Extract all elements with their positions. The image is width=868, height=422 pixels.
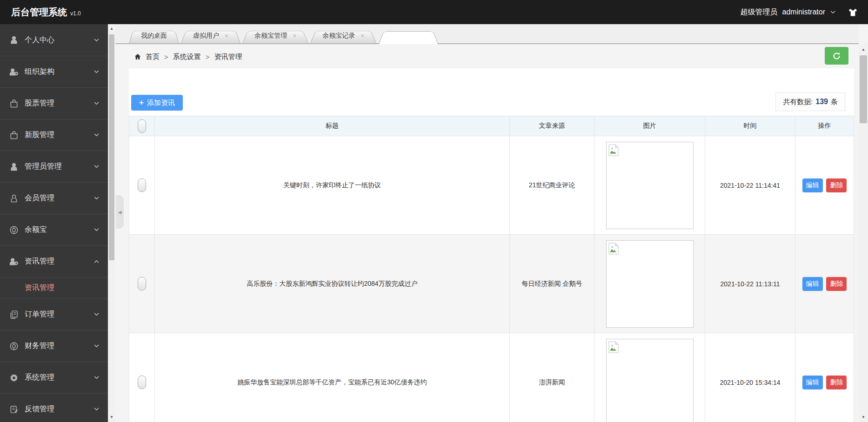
tab[interactable]: 资讯管理 × (379, 28, 438, 43)
scroll-down-arrow[interactable]: ▼ (859, 414, 868, 421)
chevron-down-icon (93, 258, 100, 264)
delete-button[interactable]: 删除 (826, 178, 847, 192)
sidebar-item[interactable]: 管理员管理 (0, 151, 108, 182)
edit-button[interactable]: 编辑 (802, 376, 823, 389)
sidebar-item-label: 反馈管理 (25, 404, 93, 414)
scroll-up-arrow[interactable]: ▲ (859, 46, 868, 53)
news-source: 21世纪商业评论 (510, 136, 594, 235)
total-count-box: 共有数据: 139 条 (775, 92, 845, 111)
news-title: 高乐股份：大股东新鸿辉实业协议转让约2084万股完成过户 (155, 235, 510, 333)
sidebar-item[interactable]: 订单管理 (0, 298, 108, 330)
tab-label: 虚拟用户 (193, 32, 219, 40)
tab-close-icon[interactable]: × (422, 32, 426, 40)
news-image-placeholder (606, 339, 694, 422)
table-toolbar: + 添加资讯 共有数据: 139 条 (129, 68, 854, 116)
coin-icon (9, 342, 19, 351)
news-source: 每日经济新闻 企鹅号 (510, 235, 594, 333)
tab-close-icon[interactable]: × (293, 32, 296, 40)
user-menu[interactable]: 超级管理员 administrator (741, 0, 858, 24)
users-icon (9, 67, 19, 77)
breadcrumb-row: 首页 > 系统设置 > 资讯管理 (115, 44, 859, 69)
sidebar-item-label: 股票管理 (25, 99, 93, 108)
tab-label: 我的桌面 (141, 32, 167, 40)
breadcrumb-item[interactable]: 首页 (146, 53, 160, 61)
topbar: 后台管理系统v1.0 超级管理员 administrator (0, 0, 868, 24)
breadcrumb-item[interactable]: 系统设置 (173, 53, 201, 61)
table-row: 关键时刻，许家印终止了一纸协议 21世纪商业评论 2021-10-22 11:1… (129, 136, 854, 235)
edit-button[interactable]: 编辑 (802, 178, 823, 192)
main-content: 我的桌面 虚拟用户 × 余额宝管理 × 余额宝记录 × 资讯管理 × (115, 24, 868, 422)
add-news-button[interactable]: + 添加资讯 (131, 95, 183, 111)
tab[interactable]: 余额宝记录 × (310, 28, 376, 43)
tab[interactable]: 我的桌面 (129, 28, 179, 43)
app-title: 后台管理系统v1.0 (11, 0, 81, 26)
row-checkbox[interactable] (138, 178, 146, 192)
sidebar-item[interactable]: 新股管理 (0, 119, 108, 151)
tab-close-icon[interactable]: × (225, 32, 228, 40)
sidebar-scrollbar[interactable]: ▲ ▼ (108, 24, 115, 422)
version-label: v1.0 (70, 10, 81, 17)
total-count: 139 (815, 98, 828, 106)
home-icon (134, 53, 141, 60)
sidebar-item-label: 个人中心 (25, 35, 93, 45)
tshirt-icon[interactable] (848, 7, 858, 17)
broken-image-icon (608, 144, 619, 156)
delete-button[interactable]: 删除 (826, 376, 847, 389)
sidebar-item[interactable]: 个人中心 (0, 24, 108, 56)
delete-button[interactable]: 删除 (826, 277, 847, 291)
breadcrumb-item[interactable]: 资讯管理 (214, 53, 242, 61)
sidebar-item[interactable]: 股票管理 (0, 87, 108, 119)
sidebar-item[interactable]: 会员管理 (0, 182, 108, 214)
edit-button[interactable]: 编辑 (802, 277, 823, 291)
user-icon (9, 162, 19, 171)
tab-close-icon[interactable]: × (361, 32, 364, 40)
sidebar-item[interactable]: 资讯管理 (0, 245, 108, 277)
tab-bar: 我的桌面 虚拟用户 × 余额宝管理 × 余额宝记录 × 资讯管理 × (115, 24, 859, 43)
select-all-checkbox[interactable] (138, 119, 146, 133)
tab-label: 余额宝记录 (322, 32, 355, 40)
refresh-icon (832, 52, 841, 60)
news-time: 2021-10-22 11:14:41 (705, 136, 795, 235)
broken-image-icon (608, 243, 619, 255)
chevron-down-icon (93, 69, 100, 75)
chevron-down-icon (93, 375, 100, 381)
gear-icon (9, 373, 19, 382)
sidebar-item[interactable]: 财务管理 (0, 330, 108, 362)
refresh-button[interactable] (825, 47, 848, 65)
users-icon (9, 257, 19, 266)
broken-image-icon (608, 341, 619, 353)
sidebar-item[interactable]: 资讯管理 (0, 277, 108, 298)
sidebar-item-label: 管理员管理 (25, 162, 93, 171)
chevron-down-icon (93, 343, 100, 349)
sidebar-item[interactable]: 系统管理 (0, 362, 108, 393)
row-checkbox[interactable] (138, 376, 146, 389)
sidebar-item[interactable]: 余额宝 (0, 214, 108, 245)
sidebar-item-label: 系统管理 (25, 373, 93, 382)
column-header: 时间 (705, 116, 795, 136)
scroll-up-arrow[interactable]: ▲ (108, 25, 115, 33)
chevron-down-icon (93, 406, 100, 412)
chevron-down-icon (93, 311, 100, 317)
sidebar-item-label: 新股管理 (25, 130, 93, 140)
username: administrator (782, 8, 825, 16)
scrollbar-thumb[interactable] (109, 34, 114, 260)
sidebar-item-label: 财务管理 (25, 341, 93, 351)
sidebar-item-label: 组织架构 (25, 67, 93, 77)
tab[interactable]: 虚拟用户 × (181, 28, 240, 43)
column-header: 标题 (155, 116, 510, 136)
main-scrollbar[interactable]: ▲ ▼ (859, 43, 868, 422)
news-time: 2021-10-20 15:34:14 (705, 333, 795, 422)
scrollbar-thumb[interactable] (860, 55, 867, 123)
news-table: 标题文章来源图片时间操作 关键时刻，许家印终止了一纸协议 21世纪商业评论 (129, 116, 854, 422)
total-label: 共有数据: (783, 98, 813, 106)
sidebar-collapse-handle[interactable]: ◀ (116, 195, 124, 229)
row-checkbox[interactable] (138, 277, 146, 290)
sidebar-item-label: 资讯管理 (25, 283, 100, 293)
sidebar-item[interactable]: 组织架构 (0, 56, 108, 87)
scroll-down-arrow[interactable]: ▼ (108, 414, 115, 421)
chevron-down-icon (93, 227, 100, 233)
tab[interactable]: 余额宝管理 × (242, 28, 308, 43)
chevron-down-icon (93, 132, 100, 138)
breadcrumb-separator: > (206, 53, 210, 61)
sidebar-item[interactable]: 反馈管理 (0, 393, 108, 422)
